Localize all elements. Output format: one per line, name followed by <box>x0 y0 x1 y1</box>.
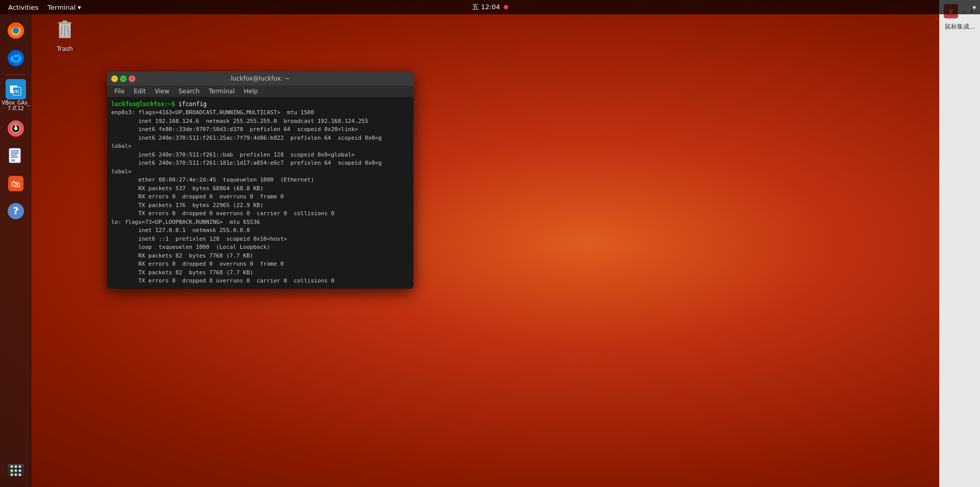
help-icon: ? <box>6 201 26 221</box>
svg-rect-12 <box>11 150 19 151</box>
firefox-icon <box>6 20 26 41</box>
svg-rect-25 <box>62 20 67 22</box>
terminal-output-line: TX errors 0 dropped 0 overruns 0 carrier… <box>111 277 409 286</box>
terminal-output-line: RX packets 537 bytes 68864 (68.8 KB) <box>111 185 409 193</box>
menu-terminal[interactable]: Terminal <box>205 87 239 96</box>
app-menu-label: Terminal <box>47 4 76 11</box>
trash-icon <box>54 19 76 41</box>
terminal-title: luckfox@luckfox: ~ <box>231 75 289 82</box>
terminal-output-line: RX errors 0 dropped 0 overruns 0 frame 0 <box>111 260 409 269</box>
svg-rect-14 <box>11 155 17 156</box>
svg-text:W: W <box>11 159 15 163</box>
dock-separator-1 <box>6 74 26 75</box>
terminal-output: enp0s3: flags=4163<UP,BROADCAST,RUNNING,… <box>111 109 409 286</box>
dock-item-firefox[interactable] <box>4 18 28 43</box>
terminal-output-line: RX errors 0 dropped 0 overruns 0 frame 0 <box>111 193 409 201</box>
svg-rect-15 <box>11 157 18 158</box>
svg-text:VM: VM <box>13 90 19 94</box>
terminal-body[interactable]: luckfox@luckfox:~$ ifconfig enp0s3: flag… <box>107 97 413 289</box>
app-grid-button[interactable] <box>4 458 28 483</box>
vbox-label: VBox_GAs_7.0.12 <box>2 100 30 111</box>
vbox-icon: VM <box>6 79 26 99</box>
terminal-output-line: ether 08:00:27:4e:2d:45 txqueuelen 1000 … <box>111 176 409 185</box>
terminal-output-line: loop txqueuelen 1000 (Local Loopback) <box>111 243 409 252</box>
menu-view[interactable]: View <box>151 87 173 96</box>
desktop-icon-trash[interactable]: Trash <box>44 16 85 53</box>
terminal-output-line: RX packets 82 bytes 7768 (7.7 KB) <box>111 252 409 261</box>
terminal-output-line: lo: flags=73<UP,LOOPBACK,RUNNING> mtu 65… <box>111 218 409 227</box>
terminal-output-line: inet 127.0.0.1 netmask 255.0.0.0 <box>111 226 409 235</box>
terminal-output-line: inet6 240e:370:511:f261::bab prefixlen 1… <box>111 151 409 160</box>
app-menu-arrow: ▾ <box>78 4 81 11</box>
terminal-output-line: inet6 240e:370:511:f261:181e:1d17:a854:e… <box>111 159 409 168</box>
svg-text:🛍: 🛍 <box>11 178 20 189</box>
terminal-output-line: TX errors 0 dropped 0 overruns 0 carrier… <box>111 210 409 218</box>
terminal-output-line: inet6 ::1 prefixlen 128 scopeid 0x10<hos… <box>111 235 409 244</box>
terminal-prompt-line: luckfox@luckfox:~$ ifconfig <box>111 100 409 109</box>
record-indicator <box>504 5 508 9</box>
dock-item-rhythmbox[interactable] <box>4 116 28 141</box>
terminal-output-line: TX packets 82 bytes 7768 (7.7 KB) <box>111 269 409 277</box>
app-menu[interactable]: Terminal ▾ <box>47 4 81 11</box>
terminal-menubar: File Edit View Search Terminal Help <box>107 86 413 97</box>
dock-item-help[interactable]: ? <box>4 199 28 223</box>
menu-help[interactable]: Help <box>240 87 262 96</box>
dock-item-vbox[interactable]: VM VBox_GAs_7.0.12 <box>4 79 28 113</box>
right-panel-label: 鼠标集成... <box>942 20 978 33</box>
tray-icons: ▾ <box>972 4 976 11</box>
terminal-output-line: inet6 240e:370:511:f261:25ac:7f79:4d86:b… <box>111 134 409 143</box>
svg-text:?: ? <box>13 204 19 217</box>
menu-edit[interactable]: Edit <box>130 87 150 96</box>
terminal-output-line: inet6 fe80::33de:9707:50d3:d370 prefixle… <box>111 125 409 134</box>
clock-text: 五 12:04 <box>472 3 500 12</box>
dock: VM VBox_GAs_7.0.12 W <box>0 14 32 487</box>
svg-point-32 <box>11 466 13 468</box>
topbar-left: Activities Terminal ▾ <box>4 4 81 11</box>
topbar: Activities Terminal ▾ 五 12:04 ▾ <box>0 0 980 14</box>
trash-label: Trash <box>57 45 73 53</box>
terminal-titlebar: − + ✕ luckfox@luckfox: ~ <box>107 71 413 86</box>
window-minimize-button[interactable]: − <box>111 75 118 82</box>
svg-point-36 <box>15 470 17 472</box>
topbar-clock: 五 12:04 <box>472 3 508 12</box>
dock-item-thunderbird[interactable] <box>4 46 28 70</box>
svg-point-37 <box>19 470 21 472</box>
terminal-output-line: enp0s3: flags=4163<UP,BROADCAST,RUNNING,… <box>111 109 409 117</box>
dock-item-ubuntu-software[interactable]: 🛍 <box>4 171 28 196</box>
terminal-prompt: luckfox@luckfox:~$ <box>111 100 179 108</box>
dock-item-libreoffice-writer[interactable]: W <box>4 144 28 168</box>
terminal-command: ifconfig <box>179 100 207 108</box>
terminal-output-line: TX packets 176 bytes 22965 (22.9 KB) <box>111 201 409 210</box>
terminal-output-line: lobal> <box>111 168 409 176</box>
svg-rect-13 <box>11 152 19 153</box>
right-panel: V ◁ ✕ 鼠标集成... <box>939 0 980 487</box>
topbar-right: ▾ <box>972 4 976 11</box>
svg-point-39 <box>15 474 17 476</box>
terminal-window: − + ✕ luckfox@luckfox: ~ File Edit View … <box>107 71 413 289</box>
svg-point-2 <box>13 28 19 34</box>
ubuntu-software-icon: 🛍 <box>6 173 26 194</box>
menu-file[interactable]: File <box>110 87 129 96</box>
svg-point-35 <box>11 470 13 472</box>
terminal-output-line: inet 192.168.124.6 netmask 255.255.255.0… <box>111 117 409 126</box>
activities-button[interactable]: Activities <box>4 4 42 11</box>
trash-icon-wrap <box>51 16 79 44</box>
thunderbird-icon <box>6 48 26 68</box>
window-close-button[interactable]: ✕ <box>129 75 135 82</box>
menu-search[interactable]: Search <box>175 87 204 96</box>
svg-point-34 <box>19 466 21 468</box>
rhythmbox-icon <box>6 118 26 139</box>
svg-point-40 <box>19 474 21 476</box>
window-maximize-button[interactable]: + <box>120 75 127 82</box>
svg-point-38 <box>11 474 13 476</box>
svg-point-33 <box>15 466 17 468</box>
terminal-output-line: lobal> <box>111 142 409 151</box>
window-buttons: − + ✕ <box>111 75 135 82</box>
writer-icon: W <box>6 146 26 166</box>
